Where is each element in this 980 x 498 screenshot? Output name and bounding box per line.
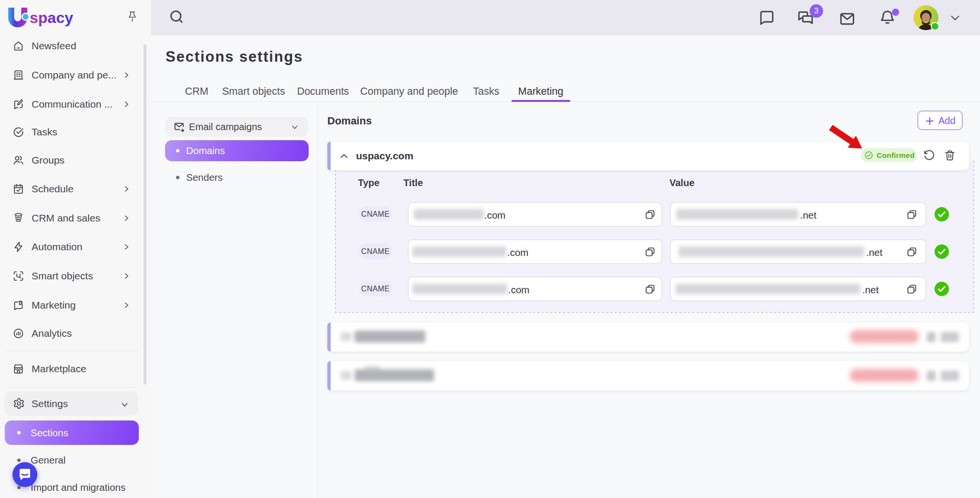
svg-text:spacy: spacy [30,9,73,26]
